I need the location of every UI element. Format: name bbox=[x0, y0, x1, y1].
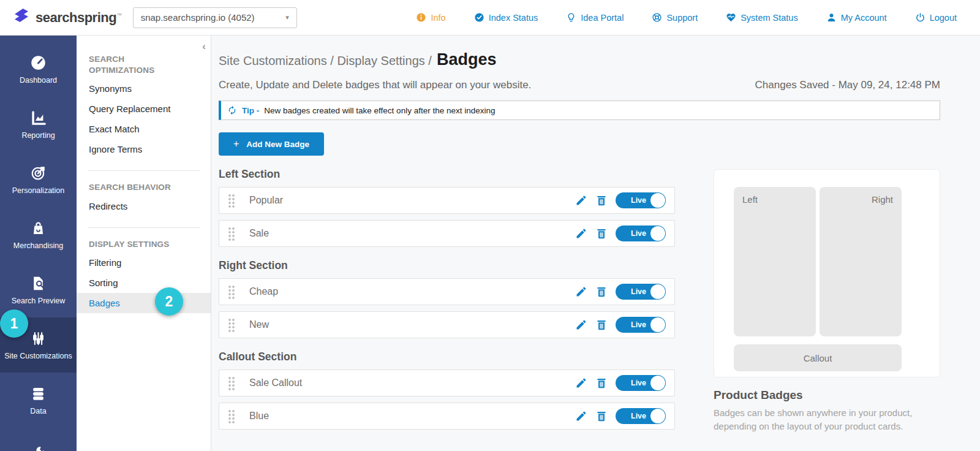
trash-icon[interactable] bbox=[595, 377, 608, 389]
sidebar-item-personalization[interactable]: Personalization bbox=[0, 152, 77, 207]
drag-handle-icon[interactable] bbox=[228, 227, 235, 241]
group-title: SEARCH BEHAVIOR bbox=[77, 182, 184, 195]
trash-icon[interactable] bbox=[595, 227, 608, 240]
subnav-item-ignore-terms[interactable]: Ignore Terms bbox=[77, 139, 211, 159]
user-icon bbox=[826, 12, 837, 23]
document-search-icon bbox=[30, 275, 47, 292]
live-toggle[interactable]: Live bbox=[616, 226, 666, 241]
live-toggle[interactable]: Live bbox=[616, 408, 666, 424]
edit-pencil-icon[interactable] bbox=[575, 319, 587, 331]
live-toggle[interactable]: Live bbox=[616, 317, 666, 333]
section-title-callout: Callout Section bbox=[219, 351, 675, 363]
subnav-item-redirects[interactable]: Redirects bbox=[77, 196, 211, 216]
subnav-item-sorting[interactable]: Sorting bbox=[77, 273, 211, 293]
badge-name: New bbox=[249, 319, 269, 330]
badge-name: Sale bbox=[249, 228, 269, 239]
secondary-sidebar: ‹ SEARCH OPTIMIZATIONS Synonyms Query Re… bbox=[77, 36, 211, 451]
edit-pencil-icon[interactable] bbox=[575, 410, 587, 422]
toggle-knob bbox=[650, 317, 665, 332]
badge-row-cheap: Cheap Live bbox=[219, 278, 675, 305]
trash-icon[interactable] bbox=[595, 286, 608, 298]
tip-text: New badges created will take effect only… bbox=[264, 106, 495, 115]
nav-my-account[interactable]: My Account bbox=[826, 12, 887, 23]
shopping-bag-icon bbox=[30, 220, 47, 237]
nav-support[interactable]: Support bbox=[652, 12, 698, 23]
nav-logout[interactable]: Logout bbox=[915, 12, 957, 23]
drag-handle-icon[interactable] bbox=[228, 194, 235, 208]
tip-label: Tip - bbox=[242, 106, 259, 115]
top-navigation: Info Index Status Idea Portal Support Sy… bbox=[416, 12, 980, 23]
badge-name: Cheap bbox=[249, 286, 278, 297]
badge-name: Blue bbox=[249, 411, 269, 422]
searchspring-logo-icon bbox=[13, 9, 29, 27]
trash-icon[interactable] bbox=[595, 410, 608, 422]
section-title-right: Right Section bbox=[219, 259, 675, 272]
life-ring-icon bbox=[652, 12, 662, 23]
subnav-item-synonyms[interactable]: Synonyms bbox=[77, 78, 211, 99]
edit-pencil-icon[interactable] bbox=[575, 227, 587, 240]
sliders-icon bbox=[30, 330, 47, 347]
sidebar-item-dashboard[interactable]: Dashboard bbox=[0, 42, 77, 97]
preview-description: Badges can be shown anywhere in your pro… bbox=[714, 406, 941, 433]
chart-icon bbox=[30, 110, 47, 126]
drag-handle-icon[interactable] bbox=[228, 285, 235, 299]
trademark: ™ bbox=[116, 12, 122, 18]
heart-pulse-icon bbox=[726, 12, 736, 23]
tip-banner: Tip - New badges created will take effec… bbox=[219, 100, 940, 120]
breadcrumb: Site Customizations / Display Settings /… bbox=[219, 50, 940, 69]
sidebar-item-merchandising[interactable]: Merchandising bbox=[0, 207, 77, 262]
edit-pencil-icon[interactable] bbox=[575, 377, 587, 389]
drag-handle-icon[interactable] bbox=[228, 376, 235, 390]
nav-group-search-behavior: SEARCH BEHAVIOR Redirects bbox=[88, 170, 200, 216]
badge-row-new: New Live bbox=[219, 311, 675, 338]
edit-pencil-icon[interactable] bbox=[575, 194, 587, 207]
breadcrumb-path[interactable]: Site Customizations / Display Settings / bbox=[219, 54, 432, 68]
edit-pencil-icon[interactable] bbox=[575, 286, 587, 298]
subnav-item-badges[interactable]: Badges bbox=[77, 293, 211, 313]
toggle-knob bbox=[650, 376, 665, 390]
preview-left-zone: Left bbox=[734, 187, 816, 336]
live-toggle[interactable]: Live bbox=[616, 284, 666, 300]
section-title-left: Left Section bbox=[219, 168, 675, 181]
badge-row-sale-callout: Sale Callout Live bbox=[219, 370, 675, 396]
add-new-badge-button[interactable]: + Add New Badge bbox=[219, 132, 324, 156]
page-title: Badges bbox=[437, 50, 497, 69]
gauge-icon bbox=[30, 55, 47, 71]
group-title: SEARCH OPTIMIZATIONS bbox=[77, 54, 184, 78]
badge-row-sale: Sale Live bbox=[219, 220, 675, 247]
nav-index-status[interactable]: Index Status bbox=[474, 12, 538, 23]
badge-row-blue: Blue Live bbox=[219, 403, 675, 430]
subnav-item-exact-match[interactable]: Exact Match bbox=[77, 119, 211, 139]
trash-icon[interactable] bbox=[595, 194, 608, 207]
annotation-step-2: 2 bbox=[155, 287, 183, 316]
nav-info[interactable]: Info bbox=[416, 12, 445, 23]
info-icon bbox=[416, 12, 426, 23]
sidebar-item-partial[interactable] bbox=[0, 428, 77, 451]
drag-handle-icon[interactable] bbox=[228, 409, 235, 423]
preview-right-zone: Right bbox=[820, 187, 902, 336]
refresh-icon bbox=[227, 105, 237, 115]
trash-icon[interactable] bbox=[595, 319, 608, 331]
chevron-down-icon: ▾ bbox=[285, 13, 289, 21]
check-circle-icon bbox=[474, 12, 484, 23]
badge-name: Popular bbox=[249, 195, 283, 206]
sidebar-item-data[interactable]: Data bbox=[0, 373, 77, 428]
brand-logo[interactable]: searchspring™ bbox=[0, 9, 122, 27]
target-arrow-icon bbox=[30, 165, 47, 181]
site-selector-dropdown[interactable]: snap.searchspring.io (4052) ▾ bbox=[133, 7, 297, 28]
nav-system-status[interactable]: System Status bbox=[726, 12, 797, 23]
subnav-item-query-replacement[interactable]: Query Replacement bbox=[77, 99, 211, 119]
toggle-knob bbox=[650, 284, 665, 299]
live-toggle[interactable]: Live bbox=[616, 192, 666, 208]
collapse-panel-icon[interactable]: ‹ bbox=[202, 40, 206, 53]
top-header: searchspring™ snap.searchspring.io (4052… bbox=[0, 0, 980, 36]
nav-idea-portal[interactable]: Idea Portal bbox=[566, 12, 624, 23]
site-selector-value: snap.searchspring.io (4052) bbox=[141, 12, 255, 23]
toggle-knob bbox=[650, 409, 665, 423]
sidebar-item-reporting[interactable]: Reporting bbox=[0, 97, 77, 152]
live-toggle[interactable]: Live bbox=[616, 375, 666, 391]
lightbulb-icon bbox=[566, 12, 576, 23]
drag-handle-icon[interactable] bbox=[228, 318, 235, 332]
toggle-knob bbox=[650, 193, 665, 208]
subnav-item-filtering[interactable]: Filtering bbox=[77, 252, 211, 273]
